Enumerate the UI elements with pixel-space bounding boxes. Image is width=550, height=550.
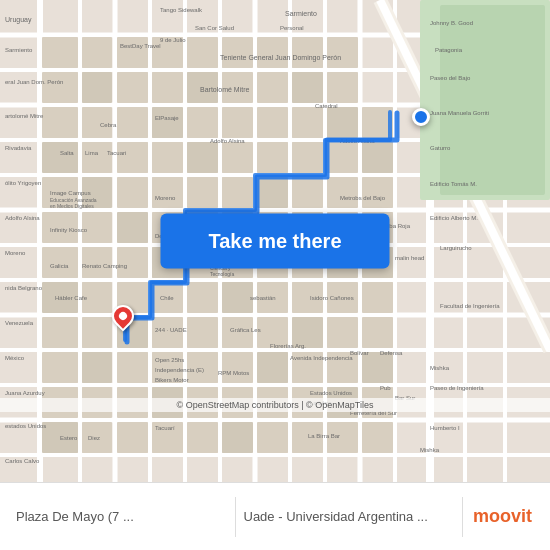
svg-text:Mishka: Mishka <box>420 447 440 453</box>
svg-rect-70 <box>117 177 148 208</box>
svg-rect-145 <box>362 282 393 313</box>
svg-rect-62 <box>152 142 183 173</box>
bottom-bar: Plaza De Mayo (7 ... Uade - Universidad … <box>0 482 550 550</box>
svg-rect-53 <box>152 107 183 138</box>
svg-text:ólito Yrigoyen: ólito Yrigoyen <box>5 180 41 186</box>
destination-label: Uade - Universidad Argentina ... <box>244 509 455 524</box>
svg-text:Infinity Kiosco: Infinity Kiosco <box>50 227 88 233</box>
map-container: Uruguay Tango Sidewalk Sarmiento Sarmien… <box>0 0 550 482</box>
svg-text:ElPasaje: ElPasaje <box>155 115 179 121</box>
svg-rect-147 <box>362 352 393 383</box>
svg-text:Sarmiento: Sarmiento <box>5 47 33 53</box>
svg-rect-67 <box>327 142 358 173</box>
svg-rect-66 <box>292 142 323 173</box>
svg-rect-118 <box>222 352 253 383</box>
svg-text:estados Unidos: estados Unidos <box>5 423 46 429</box>
svg-text:Paseo de Ingeniería: Paseo de Ingeniería <box>430 385 484 391</box>
svg-rect-79 <box>117 212 148 243</box>
take-me-there-button[interactable]: Take me there <box>160 214 389 269</box>
svg-text:Florerías Arg.: Florerías Arg. <box>270 343 306 349</box>
svg-text:Diez: Diez <box>88 435 100 441</box>
svg-rect-37 <box>222 37 253 68</box>
svg-rect-57 <box>292 107 323 138</box>
origin-label: Plaza De Mayo (7 ... <box>16 509 227 524</box>
svg-rect-47 <box>257 72 288 103</box>
app: Uruguay Tango Sidewalk Sarmiento Sarmien… <box>0 0 550 550</box>
svg-text:Larguirucho: Larguirucho <box>440 245 472 251</box>
svg-text:Tango Sidewalk: Tango Sidewalk <box>160 7 203 13</box>
svg-text:Patagonia: Patagonia <box>435 47 463 53</box>
svg-text:Catedral: Catedral <box>315 103 338 109</box>
svg-rect-105 <box>82 317 112 348</box>
svg-text:Adolfo Alsina: Adolfo Alsina <box>340 138 375 144</box>
svg-rect-119 <box>257 352 288 383</box>
svg-text:Teniente General Juan Domingo : Teniente General Juan Domingo Perón <box>220 54 341 62</box>
svg-text:Galicia: Galicia <box>50 263 69 269</box>
svg-rect-60 <box>82 142 112 173</box>
svg-text:Adolfo Alsina: Adolfo Alsina <box>210 138 245 144</box>
svg-text:BestDay Travel: BestDay Travel <box>120 43 161 49</box>
svg-rect-76 <box>327 177 358 208</box>
svg-rect-99 <box>187 282 218 313</box>
svg-text:Hábler Cafe: Hábler Cafe <box>55 295 88 301</box>
svg-rect-42 <box>82 72 112 103</box>
svg-rect-114 <box>82 352 112 383</box>
svg-rect-71 <box>152 177 183 208</box>
svg-text:Facultad de Ingeniería: Facultad de Ingeniería <box>440 303 500 309</box>
map-attribution: © OpenStreetMap contributors | © OpenMap… <box>0 398 550 412</box>
svg-text:Gaturro: Gaturro <box>430 145 451 151</box>
svg-rect-36 <box>187 37 218 68</box>
svg-rect-34 <box>117 37 148 68</box>
svg-rect-41 <box>42 72 78 103</box>
svg-text:Open 25hs: Open 25hs <box>155 357 184 363</box>
svg-text:Salta: Salta <box>60 150 74 156</box>
svg-rect-50 <box>42 107 78 138</box>
svg-rect-55 <box>222 107 253 138</box>
svg-text:Metrobs del Bajo: Metrobs del Bajo <box>340 195 386 201</box>
svg-text:Tecnología: Tecnología <box>210 271 234 277</box>
svg-rect-106 <box>117 317 148 348</box>
svg-text:Venezuela: Venezuela <box>5 320 34 326</box>
destination-location[interactable]: Uade - Universidad Argentina ... <box>236 505 463 528</box>
svg-text:Personal: Personal <box>280 25 304 31</box>
svg-rect-97 <box>117 282 148 313</box>
svg-rect-113 <box>42 352 78 383</box>
svg-rect-108 <box>187 317 218 348</box>
svg-rect-58 <box>327 107 358 138</box>
svg-rect-65 <box>257 142 288 173</box>
svg-rect-137 <box>257 422 288 453</box>
svg-rect-61 <box>117 142 148 173</box>
svg-text:Adolfo Alsina: Adolfo Alsina <box>5 215 40 221</box>
svg-text:Tacuari: Tacuari <box>107 150 126 156</box>
svg-text:9 de Julio: 9 de Julio <box>160 37 186 43</box>
svg-text:RPM Motos: RPM Motos <box>218 370 249 376</box>
svg-text:Uruguay: Uruguay <box>5 16 32 24</box>
svg-rect-39 <box>292 37 323 68</box>
svg-text:en Medios Digitales: en Medios Digitales <box>50 203 94 209</box>
svg-rect-33 <box>82 37 112 68</box>
svg-rect-40 <box>327 37 358 68</box>
origin-location[interactable]: Plaza De Mayo (7 ... <box>8 505 235 528</box>
svg-rect-48 <box>292 72 323 103</box>
svg-text:Moreno: Moreno <box>5 250 26 256</box>
svg-rect-74 <box>257 177 288 208</box>
svg-rect-141 <box>362 142 393 173</box>
svg-text:Juana Azurduy: Juana Azurduy <box>5 390 45 396</box>
svg-rect-43 <box>117 72 148 103</box>
moovit-logo: moovit <box>463 506 542 527</box>
svg-rect-104 <box>42 317 78 348</box>
svg-rect-38 <box>257 37 288 68</box>
svg-text:Juana Manuela Gorriti: Juana Manuela Gorriti <box>430 110 489 116</box>
svg-text:nida Belgrano: nida Belgrano <box>5 285 43 291</box>
svg-text:Mishka: Mishka <box>430 365 450 371</box>
svg-rect-100 <box>222 282 253 313</box>
svg-rect-135 <box>187 422 218 453</box>
svg-text:Gráfica Les: Gráfica Les <box>230 327 261 333</box>
svg-text:Johnny B. Good: Johnny B. Good <box>430 20 473 26</box>
svg-text:Independencia (E): Independencia (E) <box>155 367 204 373</box>
svg-rect-49 <box>327 72 358 103</box>
svg-text:Chile: Chile <box>160 295 174 301</box>
svg-text:San Cor Salud: San Cor Salud <box>195 25 234 31</box>
svg-rect-31 <box>440 5 545 195</box>
svg-rect-72 <box>187 177 218 208</box>
